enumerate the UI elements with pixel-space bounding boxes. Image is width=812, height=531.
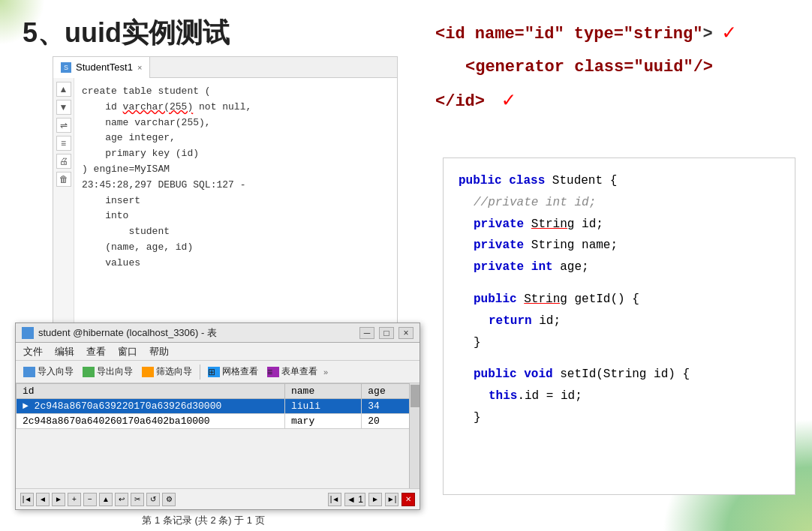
db-page-first[interactable]: |◄: [328, 493, 341, 506]
checkmark-top: ✓: [723, 22, 735, 45]
java-getid-signature: getId() {: [567, 292, 639, 306]
db-nav-undo[interactable]: ↩: [115, 493, 128, 506]
db-filter-label: 筛选向导: [156, 365, 192, 378]
db-import-label: 导入向导: [38, 365, 74, 378]
xml-class-value: "uuid": [633, 58, 693, 76]
db-nav-cut[interactable]: ✂: [131, 493, 144, 506]
db-close-btn[interactable]: ×: [398, 327, 414, 339]
db-toolbar-sep1: [200, 364, 200, 380]
db-page-num: ◄ 1: [344, 493, 365, 506]
ide-sidebar-btn6[interactable]: 🗑: [56, 172, 71, 187]
xml-generator-tag: <generator: [465, 58, 564, 76]
db-window-title: student @hibernate (localhost_3306) - 表: [38, 326, 217, 340]
code-line-10: student: [82, 224, 389, 240]
db-page-next[interactable]: ►: [368, 493, 382, 506]
db-table-header-row: id name age: [17, 384, 420, 399]
java-this-line: this.id = id;: [459, 386, 780, 407]
db-nav-first[interactable]: |◄: [20, 493, 34, 506]
xml-panel: <id name="id" type="string"> ✓ <generato…: [435, 15, 795, 120]
java-setid-close: }: [459, 407, 780, 429]
db-nav-next-rec[interactable]: ►: [52, 493, 65, 506]
xml-id-tag-open: <id: [435, 25, 465, 44]
db-form-btn[interactable]: ≡ 表单查看: [264, 364, 320, 379]
db-menu-window[interactable]: 窗口: [118, 345, 137, 358]
java-string-type2: String name;: [531, 238, 618, 252]
db-filter-btn[interactable]: 筛选向导: [139, 364, 195, 379]
java-getid-close: }: [459, 332, 780, 354]
db-window: student @hibernate (localhost_3306) - 表 …: [15, 322, 420, 510]
db-page-nav: |◄ ◄ 1 ► ►| ✕: [328, 493, 415, 506]
ide-scroll-down[interactable]: ▼: [56, 100, 71, 115]
java-class-name: Student {: [552, 174, 617, 188]
java-private-kw2: private: [474, 238, 531, 252]
xml-line3: </id> ✓: [435, 82, 795, 120]
code-line-7: 23:45:28,297 DEBUG SQL:127 -: [82, 178, 389, 194]
ide-tab-label: StudentTest1: [76, 62, 133, 73]
db-import-btn[interactable]: 导入向导: [20, 364, 77, 379]
db-bottom-bar: |◄ ◄ ► + − ▲ ↩ ✂ ↺ ⚙ |◄ ◄ 1 ► ►| ✕: [16, 488, 420, 509]
table-row[interactable]: ► 2c948a8670a639220170a63926d30000 liuli…: [17, 399, 420, 414]
db-row1-indicator: ► 2c948a8670a639220170a63926d30000: [17, 399, 285, 414]
ide-sidebar-btn4[interactable]: ≡: [56, 136, 71, 151]
db-nav-add[interactable]: +: [68, 493, 81, 506]
db-nav-settings[interactable]: ⚙: [162, 493, 176, 506]
db-nav-up[interactable]: ▲: [99, 493, 113, 506]
db-export-btn[interactable]: 导出向导: [80, 364, 136, 379]
code-line-5: primary key (id): [82, 146, 389, 162]
db-grid-btn[interactable]: ⊞ 网格查看: [205, 364, 261, 379]
db-toolbar-more[interactable]: »: [323, 368, 328, 376]
checkmark-bottom: ✓: [502, 89, 515, 112]
java-panel: public class Student { //private int id;…: [443, 158, 795, 495]
db-titlebar: student @hibernate (localhost_3306) - 表 …: [16, 323, 420, 343]
db-maximize-btn[interactable]: □: [379, 327, 394, 339]
xml-line1: <id name="id" type="string"> ✓: [435, 15, 795, 52]
java-public-kw3: public: [474, 368, 524, 381]
java-string-type1: String: [531, 218, 575, 231]
db-status-bar: 第 1 条记录 (共 2 条) 于 1 页: [15, 514, 392, 527]
java-return-id: id;: [539, 314, 561, 328]
ide-sidebar-btn3[interactable]: ⇌: [56, 118, 71, 133]
page-title: 5、uuid实例测试: [23, 15, 230, 52]
java-return-line: return id;: [459, 310, 780, 332]
db-grid-icon: ⊞: [208, 367, 220, 377]
db-filter-icon: [142, 367, 154, 377]
db-minimize-btn[interactable]: ─: [359, 327, 374, 339]
java-age-field: age;: [560, 260, 588, 274]
db-menu-edit[interactable]: 编辑: [55, 345, 74, 358]
db-page-last[interactable]: ►|: [385, 493, 398, 506]
db-titlebar-left: student @hibernate (localhost_3306) - 表: [22, 326, 217, 340]
xml-name-attr: name=: [475, 25, 525, 44]
ide-scroll-up[interactable]: ▲: [56, 82, 71, 97]
code-line-3: name varchar(255),: [82, 116, 389, 131]
xml-name-value: "id": [525, 25, 564, 44]
code-line-6: ) engine=MyISAM: [82, 162, 389, 178]
java-string-type3: String: [524, 292, 567, 306]
table-row[interactable]: 2c948a8670a640260170a6402ba10000 mary 20: [17, 414, 420, 429]
java-this-kw: this: [489, 389, 517, 403]
db-page-close[interactable]: ✕: [401, 493, 415, 506]
java-private-kw3: private: [474, 260, 531, 274]
db-row1-id: 2c948a8670a639220170a63926d30000: [35, 400, 222, 412]
java-field1: private String id;: [459, 214, 780, 236]
java-public-kw2: public: [474, 292, 524, 306]
java-setid-signature: setId(String id) {: [560, 368, 690, 381]
ide-tab[interactable]: S StudentTest1 ×: [53, 57, 150, 78]
code-line-12: values: [82, 256, 389, 272]
db-menu-file[interactable]: 文件: [23, 345, 43, 358]
java-int-kw: int: [531, 260, 560, 274]
code-line-1: create table student (: [82, 84, 389, 100]
ide-tab-icon: S: [61, 62, 71, 73]
db-nav-prev[interactable]: ◄: [36, 493, 50, 506]
java-class-kw: class: [509, 174, 552, 188]
db-nav-delete[interactable]: −: [83, 493, 97, 506]
db-grid-label: 网格查看: [222, 365, 258, 378]
db-menu-help[interactable]: 帮助: [149, 345, 169, 358]
db-menu-view[interactable]: 查看: [86, 345, 106, 358]
db-import-icon: [23, 367, 35, 377]
xml-type-value: "string": [624, 25, 703, 44]
db-menubar: 文件 编辑 查看 窗口 帮助: [16, 343, 420, 361]
db-nav-refresh[interactable]: ↺: [146, 493, 160, 506]
ide-sidebar-btn5[interactable]: 🖨: [56, 154, 71, 169]
db-col-id: id: [17, 384, 285, 399]
ide-tab-close[interactable]: ×: [137, 63, 142, 72]
